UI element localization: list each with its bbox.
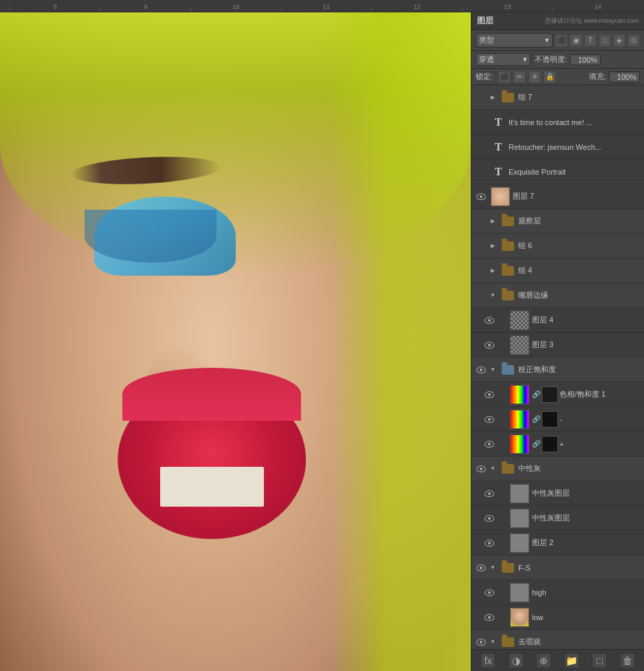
layer-text2[interactable]: T Retoucher: jsensun Wech... <box>471 135 644 160</box>
layer-3[interactable]: 图层 3 <box>471 333 644 358</box>
layer-group4[interactable]: ▶ 组 4 <box>471 258 644 283</box>
layer-group7[interactable]: ▶ 组 7 <box>471 85 644 110</box>
layer-2[interactable]: 图层 2 <box>471 531 644 556</box>
eye-icon-layer4 <box>485 317 494 324</box>
filter-type-dropdown[interactable]: 类型 ▾ <box>476 33 553 47</box>
layer-low[interactable]: low <box>471 605 644 630</box>
visibility-layer2[interactable] <box>482 536 496 550</box>
opacity-value[interactable]: 100% <box>570 54 601 65</box>
lips-upper <box>122 368 301 421</box>
text-icon-3: T <box>491 164 506 179</box>
top-ruler: 8 9 10 11 12 13 14 <box>0 0 644 12</box>
visibility-lip-edge[interactable] <box>474 289 488 302</box>
panel-footer: fx ◑ ⊕ 📁 □ 🗑 <box>471 649 644 671</box>
filter-icon-toggle[interactable]: ⊙ <box>628 34 640 47</box>
ruler-tick: 8 <box>10 6 100 12</box>
expand-remove-spot[interactable]: ▼ <box>488 637 498 647</box>
layer-remove-spot-group[interactable]: ▼ 去瑕疵 <box>471 630 644 649</box>
filter-icon-smart[interactable]: ◈ <box>613 34 625 47</box>
fill-value[interactable]: 100% <box>609 72 640 82</box>
lock-all-btn[interactable]: 🔒 <box>544 71 556 83</box>
visibility-group6[interactable] <box>474 239 488 253</box>
expand-group6[interactable]: ▶ <box>488 241 498 251</box>
visibility-text1[interactable] <box>474 116 488 129</box>
add-mask-button[interactable]: ◑ <box>509 653 524 668</box>
layer-hue-dash[interactable]: 🔗 - <box>471 407 644 432</box>
expand-fs[interactable]: ▼ <box>488 563 498 573</box>
canvas-area[interactable] <box>0 12 471 671</box>
layers-list[interactable]: ▶ 组 7 T It's time to contact me! ... T <box>471 85 644 649</box>
visibility-layer4[interactable] <box>482 314 496 327</box>
expand-group4[interactable]: ▶ <box>488 266 498 276</box>
lock-row: 锁定: ⬛ ✏ ✛ 🔒 填充: 100% <box>471 69 644 85</box>
fx-button[interactable]: fx <box>480 653 496 668</box>
visibility-hue-sat-1[interactable] <box>482 388 496 402</box>
visibility-fs-group[interactable] <box>474 561 488 575</box>
layer-neutral-gray-2[interactable]: 中性灰图层 <box>471 506 644 531</box>
eye-icon-neutral-gray <box>476 465 486 472</box>
visibility-hue-plus[interactable] <box>482 437 496 451</box>
ruler-tick: 10 <box>190 6 281 12</box>
layer-neutral-gray-group[interactable]: ▼ 中性灰 <box>471 456 644 481</box>
layer-4[interactable]: 图层 4 <box>471 308 644 333</box>
visibility-layer3[interactable] <box>482 338 496 352</box>
eye-icon-hue-dash <box>485 416 494 423</box>
visibility-observe[interactable] <box>474 214 488 228</box>
layer-high[interactable]: high <box>471 580 644 605</box>
ruler-tick: 11 <box>281 6 372 12</box>
lock-transparency-btn[interactable]: ⬛ <box>498 71 511 83</box>
visibility-neutral-gray-1[interactable] <box>482 487 496 500</box>
layer-text3[interactable]: T Exquisite Portrait <box>471 160 644 184</box>
visibility-remove-spot-group[interactable] <box>474 635 488 649</box>
layer-group6[interactable]: ▶ 组 6 <box>471 234 644 258</box>
layer-neutral-gray-1[interactable]: 中性灰图层 <box>471 481 644 506</box>
layer-7[interactable]: 图层 7 <box>471 184 644 209</box>
eye-icon-layer7 <box>476 193 486 200</box>
expand-neutral-gray[interactable]: ▼ <box>488 464 498 474</box>
visibility-group7[interactable] <box>474 91 488 104</box>
layer-fs-group[interactable]: ▼ F-S <box>471 556 644 580</box>
thumbnail-hue-sat-1 <box>510 385 529 404</box>
visibility-neutral-gray-group[interactable] <box>474 462 488 476</box>
delete-layer-button[interactable]: 🗑 <box>620 653 635 668</box>
layer-observe[interactable]: ▶ 观察层 <box>471 209 644 234</box>
layer-hue-sat-group[interactable]: ▼ 校正饱和度 <box>471 358 644 382</box>
filter-icon-pixel[interactable]: ⬛ <box>555 34 568 47</box>
visibility-neutral-gray-2[interactable] <box>482 512 496 525</box>
visibility-hue-dash[interactable] <box>482 412 496 426</box>
layer-name-text2: Retoucher: jsensun Wech... <box>509 143 641 151</box>
filter-icon-text[interactable]: T <box>584 34 597 47</box>
expand-group7[interactable]: ▶ <box>488 93 498 102</box>
visibility-hue-sat-group[interactable] <box>474 363 488 377</box>
eye-icon-low <box>485 614 494 621</box>
filter-icon-adjust[interactable]: ◉ <box>570 34 582 47</box>
lock-position-btn[interactable]: ✛ <box>529 71 541 83</box>
layer-name-neutral-gray-2: 中性灰图层 <box>532 513 641 523</box>
layer-text1[interactable]: T It's time to contact me! ... <box>471 110 644 135</box>
new-adjustment-button[interactable]: ⊕ <box>536 653 551 668</box>
ruler-tick: 9 <box>100 6 191 12</box>
thumbnail-hue-dash <box>510 410 529 429</box>
mask-hue-plus <box>542 436 558 452</box>
layer-hue-sat-1[interactable]: 🔗 色相/饱和度 1 <box>471 382 644 407</box>
filter-icon-shape[interactable]: □ <box>599 34 611 47</box>
eye-icon-hue-plus <box>485 441 494 448</box>
expand-observe[interactable]: ▶ <box>488 217 498 226</box>
layer-hue-plus[interactable]: 🔗 + <box>471 432 644 456</box>
visibility-group4[interactable] <box>474 264 488 278</box>
new-group-button[interactable]: 📁 <box>564 653 579 668</box>
visibility-text2[interactable] <box>474 140 488 154</box>
layer-lip-edge[interactable]: ▼ 嘴唇边缘 <box>471 283 644 308</box>
eye-icon-layer3 <box>485 342 494 349</box>
new-layer-button[interactable]: □ <box>592 653 607 668</box>
folder-icon-hue-sat <box>500 362 515 377</box>
lock-paint-btn[interactable]: ✏ <box>513 71 526 83</box>
blend-mode-dropdown[interactable]: 穿透 ▾ <box>476 53 531 66</box>
visibility-text3[interactable] <box>474 165 488 179</box>
mask-hue-dash <box>542 411 558 428</box>
expand-lip-edge[interactable]: ▼ <box>488 291 498 300</box>
expand-hue-sat[interactable]: ▼ <box>488 365 498 375</box>
visibility-high[interactable] <box>482 586 496 600</box>
visibility-low[interactable] <box>482 610 496 624</box>
visibility-layer7[interactable] <box>474 190 488 204</box>
